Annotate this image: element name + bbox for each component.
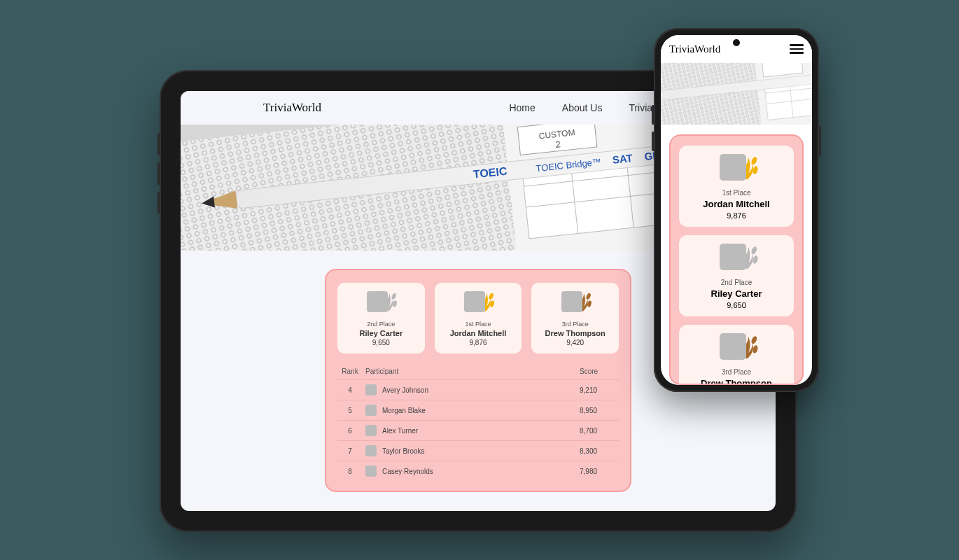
svg-point-44 — [750, 156, 758, 165]
place-label: 1st Place — [439, 321, 518, 328]
place-label: 3rd Place — [685, 368, 788, 376]
participant-name: Jordan Mitchell — [685, 199, 788, 209]
table-row: 6 Alex Turner 8,700 — [337, 421, 619, 441]
participant-score: 9,650 — [342, 339, 421, 346]
avatar — [365, 384, 377, 396]
avatar — [720, 244, 746, 270]
brand-logo[interactable]: TriviaWorld — [263, 101, 321, 115]
avatar — [720, 333, 746, 360]
avatar — [365, 405, 377, 416]
participant-name: Drew Thompson — [685, 378, 788, 385]
nav-trivia[interactable]: Trivia — [629, 102, 652, 113]
place-label: 2nd Place — [342, 321, 421, 328]
svg-point-50 — [750, 335, 758, 344]
cell-participant: Avery Johnson — [363, 380, 577, 400]
avatar — [365, 425, 377, 436]
cell-score: 7,980 — [577, 461, 619, 482]
participant-name: Riley Carter — [685, 288, 788, 299]
avatar — [561, 291, 582, 312]
leaderboard-panel: 2nd Place Riley Carter 9,650 1st Place J… — [325, 269, 631, 492]
svg-point-47 — [750, 246, 758, 255]
brand-logo[interactable]: TriviaWorld — [669, 43, 720, 55]
cell-participant: Alex Turner — [363, 421, 577, 441]
place-label: 3rd Place — [536, 321, 615, 328]
cell-score: 8,950 — [577, 400, 619, 421]
podium-card-gold: 1st Place Jordan Mitchell 9,876 — [435, 283, 522, 354]
podium-card-silver: 2nd Place Riley Carter 9,650 — [679, 235, 794, 316]
avatar — [367, 291, 388, 312]
participant-score: 9,650 — [685, 301, 788, 309]
leaderboard-table: Rank Participant Score 4 Avery Johnson 9… — [337, 363, 619, 481]
cell-score: 9,210 — [577, 380, 619, 400]
top3-row: 2nd Place Riley Carter 9,650 1st Place J… — [337, 283, 619, 354]
participant-name: Jordan Mitchell — [439, 329, 518, 337]
place-label: 2nd Place — [685, 279, 788, 286]
avatar — [720, 154, 746, 181]
mobile-leaderboard-panel: 1st Place Jordan Mitchell 9,876 2nd Plac… — [669, 134, 804, 385]
hamburger-menu-icon[interactable] — [790, 44, 804, 53]
col-participant: Participant — [363, 363, 577, 380]
table-row: 7 Taylor Brooks 8,300 — [337, 441, 619, 461]
avatar — [365, 445, 377, 456]
svg-text:2: 2 — [555, 139, 561, 150]
participant-name: Drew Thompson — [536, 329, 615, 337]
cell-score: 8,700 — [577, 421, 619, 441]
cell-participant: Casey Reynolds — [363, 461, 577, 482]
podium-card-silver: 2nd Place Riley Carter 9,650 — [337, 283, 425, 354]
svg-text:SAT: SAT — [612, 152, 634, 166]
cell-rank: 7 — [337, 441, 363, 461]
cell-rank: 6 — [337, 421, 363, 441]
avatar — [464, 291, 485, 312]
col-score: Score — [577, 363, 619, 380]
table-row: 4 Avery Johnson 9,210 — [337, 380, 619, 400]
participant-score: 9,876 — [439, 339, 518, 346]
mobile-hero-image — [661, 63, 812, 125]
table-row: 5 Morgan Blake 8,950 — [337, 400, 619, 421]
camera-cutout-icon — [733, 39, 740, 46]
participant-score: 9,420 — [536, 339, 615, 346]
phone-device-frame: TriviaWorld — [654, 28, 819, 392]
col-rank: Rank — [337, 363, 363, 380]
svg-point-25 — [488, 293, 494, 300]
phone-screen: TriviaWorld — [661, 35, 812, 385]
nav-home[interactable]: Home — [509, 102, 535, 113]
cell-rank: 5 — [337, 400, 363, 421]
svg-point-28 — [585, 293, 592, 300]
nav-about[interactable]: About Us — [562, 102, 603, 113]
podium-card-gold: 1st Place Jordan Mitchell 9,876 — [679, 146, 794, 227]
cell-participant: Morgan Blake — [363, 400, 577, 421]
participant-name: Riley Carter — [342, 329, 421, 337]
cell-rank: 8 — [337, 461, 363, 482]
table-row: 8 Casey Reynolds 7,980 — [337, 461, 619, 482]
participant-score: 9,876 — [685, 211, 788, 220]
podium-card-bronze: 3rd Place Drew Thompson 9,420 — [679, 325, 794, 385]
place-label: 1st Place — [685, 189, 788, 197]
cell-participant: Taylor Brooks — [363, 441, 577, 461]
cell-rank: 4 — [337, 380, 363, 400]
avatar — [365, 465, 377, 477]
podium-card-bronze: 3rd Place Drew Thompson 9,420 — [531, 283, 619, 354]
svg-point-22 — [391, 293, 398, 300]
cell-score: 8,300 — [577, 441, 619, 461]
